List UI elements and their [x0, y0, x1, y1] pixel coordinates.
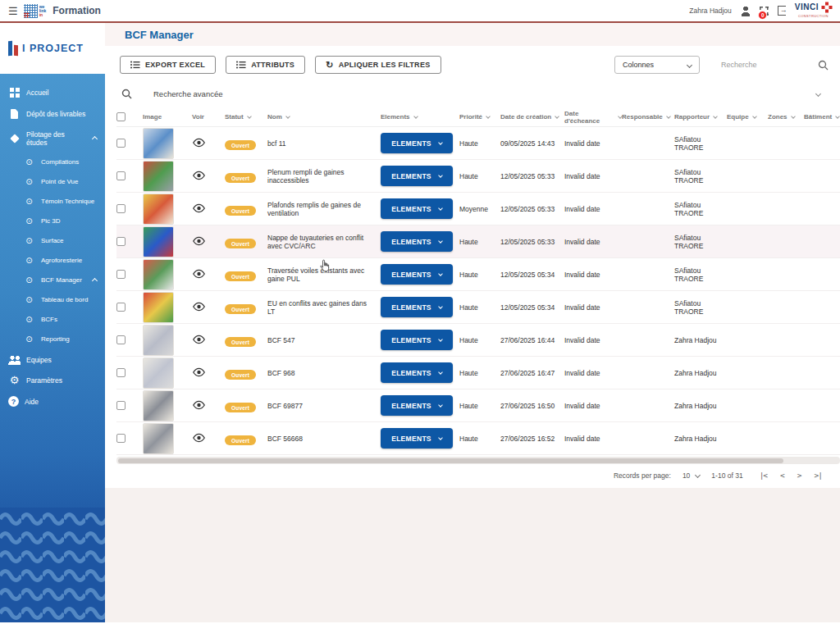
sidebar-item-pilotage-des-tudes[interactable]: Pilotage des études — [0, 125, 105, 153]
sidebar-item-bcf-manager[interactable]: BCF Manager — [0, 271, 105, 290]
row-checkbox[interactable] — [116, 335, 126, 344]
elements-button[interactable]: ELEMENTS — [381, 428, 453, 449]
table-row[interactable]: Ouvert Plafonds remplis de gaines de ven… — [116, 193, 840, 225]
table-row[interactable]: Ouvert BCF 69877 ELEMENTS Haute 27/06/20… — [116, 389, 840, 422]
sidebar-item-pic-3d[interactable]: Pic 3D — [0, 212, 105, 231]
chevron-down-icon[interactable] — [791, 114, 796, 119]
eye-icon[interactable] — [192, 269, 206, 279]
row-thumbnail[interactable] — [143, 226, 174, 257]
row-checkbox[interactable] — [116, 270, 126, 279]
row-thumbnail[interactable] — [143, 325, 174, 356]
column-header[interactable]: Equipe — [727, 113, 768, 121]
sidebar-item-equipes[interactable]: Equipes — [0, 349, 105, 371]
eye-icon[interactable] — [192, 335, 206, 344]
elements-button[interactable]: ELEMENTS — [381, 198, 453, 219]
table-row[interactable]: Ouvert BCF 56668 ELEMENTS Haute 27/06/20… — [116, 422, 840, 455]
column-header[interactable]: Voir — [192, 113, 225, 121]
eye-icon[interactable] — [192, 367, 206, 377]
sidebar-item-accueil[interactable]: Accueil — [0, 82, 105, 103]
table-row[interactable]: Ouvert BCF 968 ELEMENTS Haute 27/06/2025… — [116, 357, 840, 389]
sidebar-item-aide[interactable]: Aide — [0, 390, 105, 412]
prev-page-button[interactable]: < — [780, 471, 784, 480]
row-thumbnail[interactable] — [143, 292, 174, 323]
row-checkbox[interactable] — [116, 401, 126, 410]
sidebar-item-agroforesterie[interactable]: Agroforesterie — [0, 251, 105, 271]
scrollbar-thumb[interactable] — [118, 458, 783, 463]
column-header[interactable]: Elements — [381, 113, 459, 121]
first-page-button[interactable]: |< — [760, 471, 767, 480]
row-thumbnail[interactable] — [143, 161, 174, 192]
attributs-button[interactable]: ATTRIBUTS — [226, 56, 305, 74]
logout-icon[interactable] — [778, 6, 786, 16]
chevron-down-icon[interactable] — [666, 114, 671, 119]
row-thumbnail[interactable] — [143, 194, 174, 225]
column-header[interactable] — [116, 112, 143, 121]
column-header[interactable]: Zones — [768, 113, 804, 121]
row-thumbnail[interactable] — [143, 259, 174, 290]
sidebar-item-point-de-vue[interactable]: Point de Vue — [0, 172, 105, 192]
page-size-dropdown[interactable]: 10 — [682, 471, 700, 480]
select-all-checkbox[interactable] — [116, 112, 126, 121]
table-row[interactable]: Ouvert bcf 11 ELEMENTS Haute 09/05/2025 … — [116, 127, 840, 160]
chevron-down-icon[interactable] — [555, 114, 559, 119]
chevron-down-icon[interactable] — [752, 114, 757, 119]
eye-icon[interactable] — [192, 433, 206, 443]
row-checkbox[interactable] — [116, 237, 126, 246]
row-checkbox[interactable] — [116, 434, 126, 443]
user-icon[interactable] — [741, 6, 751, 16]
export-excel-button[interactable]: EXPORT EXCEL — [120, 56, 216, 74]
eye-icon[interactable] — [192, 400, 206, 410]
row-thumbnail[interactable] — [143, 390, 174, 421]
elements-button[interactable]: ELEMENTS — [381, 133, 453, 153]
columns-dropdown[interactable]: Colonnes — [614, 56, 700, 74]
column-header[interactable]: Nom — [267, 113, 381, 121]
sidebar-item-compilations[interactable]: Compilations — [0, 153, 105, 172]
table-row[interactable]: Ouvert Traversée voiles existants avec g… — [116, 258, 840, 291]
column-header[interactable]: Bâtiment — [804, 113, 840, 121]
next-page-button[interactable]: > — [797, 471, 801, 480]
sidebar-item-tableau-de-bord[interactable]: Tableau de bord — [0, 290, 105, 310]
row-checkbox[interactable] — [116, 171, 126, 180]
row-checkbox[interactable] — [116, 204, 126, 213]
table-row[interactable]: Ouvert EU en conflits avec gaines dans L… — [116, 291, 840, 324]
table-row[interactable]: Ouvert Plenum rempli de gaines inaccessi… — [116, 160, 840, 193]
elements-button[interactable]: ELEMENTS — [381, 330, 453, 350]
chevron-down-icon[interactable] — [247, 114, 252, 119]
elements-button[interactable]: ELEMENTS — [381, 264, 453, 285]
elements-button[interactable]: ELEMENTS — [381, 231, 453, 252]
elements-button[interactable]: ELEMENTS — [381, 166, 453, 186]
column-header[interactable]: Statut — [225, 113, 267, 121]
last-page-button[interactable]: >| — [815, 471, 822, 480]
elements-button[interactable]: ELEMENTS — [381, 362, 453, 383]
eye-icon[interactable] — [192, 302, 206, 312]
chevron-down-icon[interactable] — [285, 114, 290, 119]
sidebar-item-param-tres[interactable]: Paramètres — [0, 371, 105, 390]
row-thumbnail[interactable] — [143, 358, 174, 389]
column-header[interactable]: Image — [143, 113, 192, 121]
sidebar-item-t-moin-technique[interactable]: Témoin Technique — [0, 192, 105, 212]
column-header[interactable]: Date de création — [500, 113, 564, 121]
chevron-down-icon[interactable] — [413, 114, 418, 119]
eye-icon[interactable] — [192, 203, 206, 213]
table-row[interactable]: Ouvert BCF 547 ELEMENTS Haute 27/06/2025… — [116, 324, 840, 357]
elements-button[interactable]: ELEMENTS — [381, 395, 453, 416]
advanced-search-bar[interactable]: Recherche avancée — [105, 80, 840, 107]
search-input[interactable] — [721, 61, 787, 69]
row-thumbnail[interactable] — [143, 128, 174, 159]
search-icon[interactable] — [818, 60, 829, 71]
table-row[interactable]: Ouvert Nappe de tuyauteries en conflit a… — [116, 225, 840, 258]
hamburger-menu-icon[interactable]: ☰ — [8, 5, 18, 17]
row-thumbnail[interactable] — [143, 423, 174, 454]
row-checkbox[interactable] — [116, 139, 126, 148]
column-header[interactable]: Responsable — [622, 113, 674, 121]
horizontal-scrollbar[interactable] — [116, 457, 840, 464]
row-checkbox[interactable] — [116, 303, 126, 312]
sidebar-item-surface[interactable]: Surface — [0, 231, 105, 251]
chevron-down-icon[interactable] — [815, 91, 821, 97]
column-header[interactable]: Date d'écheance — [564, 110, 622, 125]
chevron-down-icon[interactable] — [835, 114, 840, 119]
elements-button[interactable]: ELEMENTS — [381, 297, 453, 317]
apply-filters-button[interactable]: ↻ APLIQUER LES FILTRES — [315, 56, 441, 74]
chevron-down-icon[interactable] — [486, 114, 491, 119]
sidebar-item-reporting[interactable]: Reporting — [0, 330, 105, 349]
